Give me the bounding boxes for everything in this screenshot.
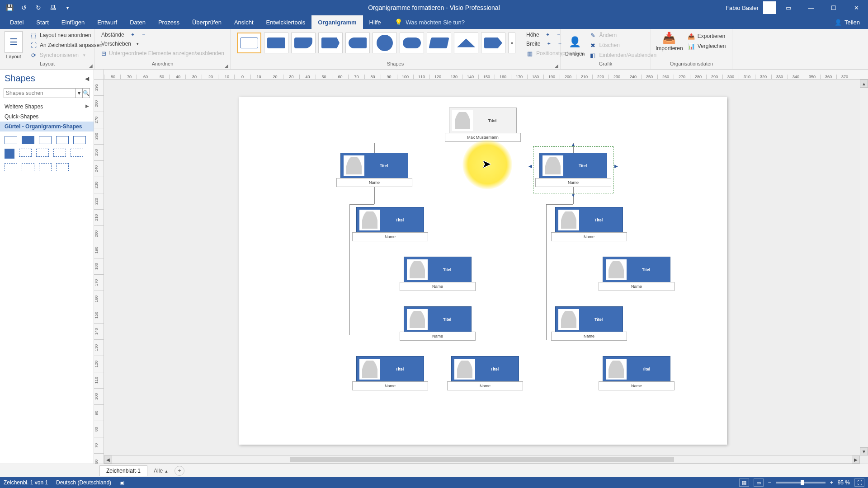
fit-to-window-button[interactable]: ⛶ [854, 479, 864, 487]
shapes-search-go[interactable]: 🔍 [83, 88, 90, 98]
shape-thumb[interactable] [22, 136, 34, 144]
tab-start[interactable]: Start [30, 15, 55, 29]
layout-dialog-launcher[interactable]: ◢ [89, 63, 93, 68]
tab-entwurf[interactable]: Entwurf [91, 15, 123, 29]
shape-style-9[interactable] [454, 33, 478, 53]
org-node[interactable]: Titel Name [404, 306, 472, 333]
grafik-aendern-button[interactable]: ✎Ändern [587, 31, 658, 40]
zoom-in-button[interactable]: + [830, 479, 833, 486]
abstaende-button[interactable]: Abstände+− [99, 31, 226, 39]
org-node[interactable]: Titel Name [404, 257, 472, 283]
shape-style-5[interactable] [345, 33, 370, 53]
shape-thumb[interactable] [71, 149, 83, 157]
shape-thumb[interactable] [22, 163, 34, 171]
shapes-search-dropdown[interactable]: ▾ [76, 88, 83, 98]
org-node-selected[interactable]: Titel Name ▼ ◀ ▶ [539, 153, 607, 179]
shape-thumb[interactable] [5, 163, 17, 171]
save-button[interactable]: 💾 [3, 1, 16, 14]
scroll-down-button[interactable]: ▼ [860, 447, 868, 455]
scroll-left-button[interactable]: ◀ [104, 455, 112, 464]
shape-gallery-more[interactable]: ▾ [508, 33, 515, 53]
org-node[interactable]: Titel Name [555, 207, 623, 233]
selection-handle-bottom[interactable]: ▼ [571, 193, 576, 198]
shape-style-10[interactable] [481, 33, 505, 53]
anordnen-dialog-launcher[interactable]: ◢ [225, 63, 228, 68]
layout-gallery-button[interactable]: ☰ [5, 31, 23, 53]
drawing-page[interactable]: Titel Max Mustermann Titel Name Titel Na… [239, 97, 727, 445]
selection-handle-left[interactable]: ◀ [528, 164, 532, 169]
shape-thumb[interactable] [36, 149, 49, 157]
tab-datei[interactable]: Datei [4, 15, 30, 29]
print-button[interactable]: 🖶 [46, 1, 60, 14]
grafik-einfuegen-button[interactable]: 👤 Einfügen [565, 34, 585, 56]
close-button[interactable]: ✕ [846, 0, 866, 15]
shape-thumb[interactable] [39, 136, 52, 144]
scroll-up-button[interactable]: ▲ [860, 80, 868, 88]
shape-style-4[interactable] [318, 33, 343, 53]
shape-style-7[interactable] [400, 33, 424, 53]
verschieben-button[interactable]: Verschieben▾ [99, 40, 226, 48]
add-sheet-button[interactable]: ＋ [175, 466, 184, 476]
exportieren-button[interactable]: 📤Exportieren [686, 32, 728, 41]
shape-style-1[interactable] [237, 33, 261, 53]
shape-thumb[interactable] [53, 149, 66, 157]
shapes-cat-gurtel[interactable]: Gürtel - Organigramm-Shapes [0, 122, 94, 131]
zoom-slider[interactable] [776, 482, 826, 483]
shape-style-gallery[interactable]: ▾ [235, 31, 517, 55]
abstaende-minus[interactable]: − [141, 32, 147, 38]
org-node[interactable]: Titel Name [603, 356, 670, 382]
zoom-level[interactable]: 95 % [838, 479, 850, 486]
selection-handle-right[interactable]: ▶ [614, 164, 618, 169]
shape-thumb[interactable] [56, 163, 69, 171]
an-zeichenblatt-anpassen-button[interactable]: ⛶An Zeichenblatt anpassen [28, 41, 104, 50]
org-node[interactable]: Titel Name [451, 356, 519, 382]
minimize-button[interactable]: — [801, 0, 821, 15]
tab-uberprufen[interactable]: Überprüfen [186, 15, 228, 29]
zoom-out-button[interactable]: − [768, 479, 771, 486]
redo-button[interactable]: ↻ [32, 1, 45, 14]
tell-me-search[interactable]: 💡 Was möchten Sie tun? [387, 15, 465, 29]
zoom-slider-knob[interactable] [801, 480, 804, 485]
shape-style-3[interactable] [291, 33, 316, 53]
shape-thumb[interactable] [56, 136, 69, 144]
macro-record-icon[interactable]: ▣ [119, 479, 124, 486]
shapes-dialog-launcher[interactable]: ◢ [555, 63, 558, 68]
untergeordnete-button[interactable]: ⊟Untergeordnete Elemente anzeigen/ausble… [99, 49, 226, 58]
shape-thumb[interactable] [73, 136, 86, 144]
org-node[interactable]: Titel Name [356, 207, 424, 233]
abstaende-plus[interactable]: + [130, 32, 136, 38]
undo-button[interactable]: ↺ [17, 1, 31, 14]
grafik-einblenden-button[interactable]: ◧Einblenden/Ausblenden [587, 51, 658, 60]
importieren-button[interactable]: 📥 Importieren [656, 31, 683, 52]
hscroll-thumb[interactable] [290, 457, 675, 462]
sheet-tab-1[interactable]: Zeichenblatt-1 [99, 465, 147, 476]
org-node[interactable]: Titel Name [340, 153, 408, 179]
shape-thumb[interactable] [5, 136, 17, 144]
shape-thumb[interactable] [5, 149, 14, 159]
tab-hilfe[interactable]: Hilfe [363, 15, 387, 29]
grafik-loeschen-button[interactable]: ✖Löschen [587, 41, 658, 50]
horizontal-scrollbar[interactable]: ◀ ▶ [104, 455, 860, 464]
shapes-panel-collapse[interactable]: ◀ [85, 75, 89, 82]
maximize-button[interactable]: ☐ [824, 0, 844, 15]
view-normal-button[interactable]: ▦ [739, 479, 749, 487]
sheet-tab-alle[interactable]: Alle ▲ [149, 466, 173, 476]
scroll-right-button[interactable]: ▶ [852, 455, 860, 464]
org-node[interactable]: Titel Name [555, 306, 623, 333]
org-node-root[interactable]: Titel Max Mustermann [449, 108, 517, 134]
tab-ansicht[interactable]: Ansicht [228, 15, 260, 29]
org-node[interactable]: Titel Name [356, 356, 424, 382]
vergleichen-button[interactable]: 📊Vergleichen [686, 42, 728, 51]
breite-plus[interactable]: + [546, 41, 552, 47]
shapes-cat-weitere[interactable]: Weitere Shapes▶ [0, 102, 94, 112]
view-presentation-button[interactable]: ▭ [754, 479, 764, 487]
synchronisieren-button[interactable]: ⟳Synchronisieren▾ [28, 51, 104, 60]
user-name[interactable]: Fabio Basler [726, 5, 759, 11]
status-language[interactable]: Deutsch (Deutschland) [56, 479, 111, 486]
shapes-cat-quick[interactable]: Quick-Shapes [0, 112, 94, 122]
tab-entwicklertools[interactable]: Entwicklertools [260, 15, 312, 29]
tab-einfugen[interactable]: Einfügen [55, 15, 91, 29]
canvas[interactable]: -80-70-60-50-40-30-20-100102030405060708… [94, 70, 868, 464]
shape-thumb[interactable] [39, 163, 52, 171]
hoehe-plus[interactable]: + [545, 32, 551, 38]
